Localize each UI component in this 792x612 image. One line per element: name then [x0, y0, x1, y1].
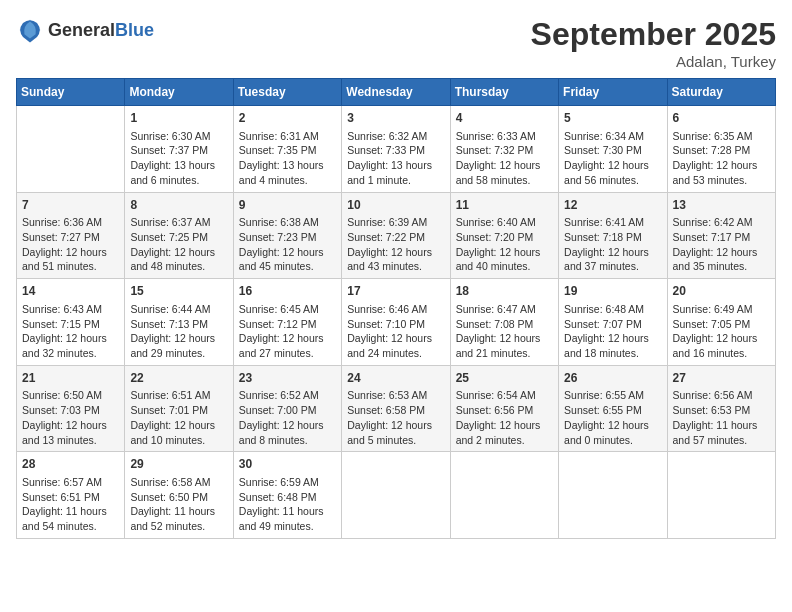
column-header-thursday: Thursday: [450, 79, 558, 106]
day-number: 4: [456, 110, 553, 127]
calendar-header-row: SundayMondayTuesdayWednesdayThursdayFrid…: [17, 79, 776, 106]
calendar-cell: 6Sunrise: 6:35 AM Sunset: 7:28 PM Daylig…: [667, 106, 775, 193]
location: Adalan, Turkey: [531, 53, 776, 70]
month-title: September 2025: [531, 16, 776, 53]
calendar-cell: 4Sunrise: 6:33 AM Sunset: 7:32 PM Daylig…: [450, 106, 558, 193]
calendar-cell: 19Sunrise: 6:48 AM Sunset: 7:07 PM Dayli…: [559, 279, 667, 366]
calendar-cell: [450, 452, 558, 539]
calendar-cell: 13Sunrise: 6:42 AM Sunset: 7:17 PM Dayli…: [667, 192, 775, 279]
column-header-friday: Friday: [559, 79, 667, 106]
calendar-cell: 2Sunrise: 6:31 AM Sunset: 7:35 PM Daylig…: [233, 106, 341, 193]
cell-content: Sunrise: 6:59 AM Sunset: 6:48 PM Dayligh…: [239, 475, 336, 534]
cell-content: Sunrise: 6:53 AM Sunset: 6:58 PM Dayligh…: [347, 388, 444, 447]
calendar-cell: 27Sunrise: 6:56 AM Sunset: 6:53 PM Dayli…: [667, 365, 775, 452]
column-header-wednesday: Wednesday: [342, 79, 450, 106]
cell-content: Sunrise: 6:49 AM Sunset: 7:05 PM Dayligh…: [673, 302, 770, 361]
calendar-cell: 12Sunrise: 6:41 AM Sunset: 7:18 PM Dayli…: [559, 192, 667, 279]
day-number: 11: [456, 197, 553, 214]
calendar-cell: 23Sunrise: 6:52 AM Sunset: 7:00 PM Dayli…: [233, 365, 341, 452]
day-number: 16: [239, 283, 336, 300]
cell-content: Sunrise: 6:42 AM Sunset: 7:17 PM Dayligh…: [673, 215, 770, 274]
logo: GeneralBlue: [16, 16, 154, 44]
day-number: 6: [673, 110, 770, 127]
calendar-week-row: 1Sunrise: 6:30 AM Sunset: 7:37 PM Daylig…: [17, 106, 776, 193]
column-header-saturday: Saturday: [667, 79, 775, 106]
cell-content: Sunrise: 6:32 AM Sunset: 7:33 PM Dayligh…: [347, 129, 444, 188]
calendar-cell: 3Sunrise: 6:32 AM Sunset: 7:33 PM Daylig…: [342, 106, 450, 193]
day-number: 17: [347, 283, 444, 300]
cell-content: Sunrise: 6:46 AM Sunset: 7:10 PM Dayligh…: [347, 302, 444, 361]
calendar-cell: 14Sunrise: 6:43 AM Sunset: 7:15 PM Dayli…: [17, 279, 125, 366]
day-number: 18: [456, 283, 553, 300]
calendar-cell: 18Sunrise: 6:47 AM Sunset: 7:08 PM Dayli…: [450, 279, 558, 366]
cell-content: Sunrise: 6:31 AM Sunset: 7:35 PM Dayligh…: [239, 129, 336, 188]
cell-content: Sunrise: 6:39 AM Sunset: 7:22 PM Dayligh…: [347, 215, 444, 274]
day-number: 12: [564, 197, 661, 214]
calendar-cell: 22Sunrise: 6:51 AM Sunset: 7:01 PM Dayli…: [125, 365, 233, 452]
calendar-week-row: 14Sunrise: 6:43 AM Sunset: 7:15 PM Dayli…: [17, 279, 776, 366]
page-header: GeneralBlue September 2025 Adalan, Turke…: [16, 16, 776, 70]
day-number: 26: [564, 370, 661, 387]
calendar-week-row: 7Sunrise: 6:36 AM Sunset: 7:27 PM Daylig…: [17, 192, 776, 279]
calendar-cell: 5Sunrise: 6:34 AM Sunset: 7:30 PM Daylig…: [559, 106, 667, 193]
calendar-cell: 25Sunrise: 6:54 AM Sunset: 6:56 PM Dayli…: [450, 365, 558, 452]
cell-content: Sunrise: 6:45 AM Sunset: 7:12 PM Dayligh…: [239, 302, 336, 361]
logo-text-blue: Blue: [115, 20, 154, 40]
calendar-week-row: 28Sunrise: 6:57 AM Sunset: 6:51 PM Dayli…: [17, 452, 776, 539]
calendar-cell: 17Sunrise: 6:46 AM Sunset: 7:10 PM Dayli…: [342, 279, 450, 366]
cell-content: Sunrise: 6:54 AM Sunset: 6:56 PM Dayligh…: [456, 388, 553, 447]
day-number: 2: [239, 110, 336, 127]
calendar-cell: 29Sunrise: 6:58 AM Sunset: 6:50 PM Dayli…: [125, 452, 233, 539]
calendar-cell: 26Sunrise: 6:55 AM Sunset: 6:55 PM Dayli…: [559, 365, 667, 452]
title-block: September 2025 Adalan, Turkey: [531, 16, 776, 70]
day-number: 15: [130, 283, 227, 300]
cell-content: Sunrise: 6:48 AM Sunset: 7:07 PM Dayligh…: [564, 302, 661, 361]
cell-content: Sunrise: 6:35 AM Sunset: 7:28 PM Dayligh…: [673, 129, 770, 188]
cell-content: Sunrise: 6:40 AM Sunset: 7:20 PM Dayligh…: [456, 215, 553, 274]
calendar-cell: 16Sunrise: 6:45 AM Sunset: 7:12 PM Dayli…: [233, 279, 341, 366]
calendar-cell: [342, 452, 450, 539]
day-number: 1: [130, 110, 227, 127]
calendar-cell: 8Sunrise: 6:37 AM Sunset: 7:25 PM Daylig…: [125, 192, 233, 279]
calendar-cell: [559, 452, 667, 539]
column-header-sunday: Sunday: [17, 79, 125, 106]
calendar-cell: 30Sunrise: 6:59 AM Sunset: 6:48 PM Dayli…: [233, 452, 341, 539]
day-number: 13: [673, 197, 770, 214]
cell-content: Sunrise: 6:41 AM Sunset: 7:18 PM Dayligh…: [564, 215, 661, 274]
cell-content: Sunrise: 6:37 AM Sunset: 7:25 PM Dayligh…: [130, 215, 227, 274]
logo-icon: [16, 16, 44, 44]
cell-content: Sunrise: 6:33 AM Sunset: 7:32 PM Dayligh…: [456, 129, 553, 188]
day-number: 30: [239, 456, 336, 473]
cell-content: Sunrise: 6:52 AM Sunset: 7:00 PM Dayligh…: [239, 388, 336, 447]
day-number: 9: [239, 197, 336, 214]
cell-content: Sunrise: 6:51 AM Sunset: 7:01 PM Dayligh…: [130, 388, 227, 447]
day-number: 3: [347, 110, 444, 127]
cell-content: Sunrise: 6:34 AM Sunset: 7:30 PM Dayligh…: [564, 129, 661, 188]
calendar-cell: 7Sunrise: 6:36 AM Sunset: 7:27 PM Daylig…: [17, 192, 125, 279]
cell-content: Sunrise: 6:58 AM Sunset: 6:50 PM Dayligh…: [130, 475, 227, 534]
calendar-week-row: 21Sunrise: 6:50 AM Sunset: 7:03 PM Dayli…: [17, 365, 776, 452]
cell-content: Sunrise: 6:57 AM Sunset: 6:51 PM Dayligh…: [22, 475, 119, 534]
calendar-cell: 1Sunrise: 6:30 AM Sunset: 7:37 PM Daylig…: [125, 106, 233, 193]
day-number: 14: [22, 283, 119, 300]
calendar-table: SundayMondayTuesdayWednesdayThursdayFrid…: [16, 78, 776, 539]
calendar-cell: 28Sunrise: 6:57 AM Sunset: 6:51 PM Dayli…: [17, 452, 125, 539]
day-number: 23: [239, 370, 336, 387]
calendar-cell: 9Sunrise: 6:38 AM Sunset: 7:23 PM Daylig…: [233, 192, 341, 279]
cell-content: Sunrise: 6:36 AM Sunset: 7:27 PM Dayligh…: [22, 215, 119, 274]
cell-content: Sunrise: 6:50 AM Sunset: 7:03 PM Dayligh…: [22, 388, 119, 447]
column-header-tuesday: Tuesday: [233, 79, 341, 106]
cell-content: Sunrise: 6:55 AM Sunset: 6:55 PM Dayligh…: [564, 388, 661, 447]
calendar-cell: 20Sunrise: 6:49 AM Sunset: 7:05 PM Dayli…: [667, 279, 775, 366]
cell-content: Sunrise: 6:30 AM Sunset: 7:37 PM Dayligh…: [130, 129, 227, 188]
day-number: 10: [347, 197, 444, 214]
day-number: 20: [673, 283, 770, 300]
day-number: 19: [564, 283, 661, 300]
calendar-cell: 10Sunrise: 6:39 AM Sunset: 7:22 PM Dayli…: [342, 192, 450, 279]
calendar-cell: 15Sunrise: 6:44 AM Sunset: 7:13 PM Dayli…: [125, 279, 233, 366]
day-number: 22: [130, 370, 227, 387]
cell-content: Sunrise: 6:56 AM Sunset: 6:53 PM Dayligh…: [673, 388, 770, 447]
day-number: 27: [673, 370, 770, 387]
cell-content: Sunrise: 6:38 AM Sunset: 7:23 PM Dayligh…: [239, 215, 336, 274]
calendar-cell: 24Sunrise: 6:53 AM Sunset: 6:58 PM Dayli…: [342, 365, 450, 452]
